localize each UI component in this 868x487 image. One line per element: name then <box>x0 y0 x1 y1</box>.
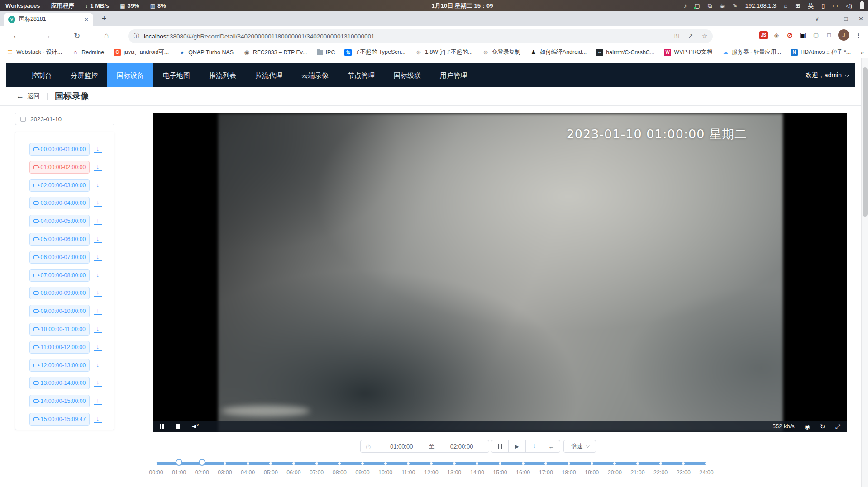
start-time-input[interactable]: 01:00:00 <box>374 443 429 450</box>
nav-item-拉流代理[interactable]: 拉流代理 <box>246 63 292 87</box>
bookmark-item[interactable]: ♟如何编译Android... <box>530 48 587 56</box>
timeline-stop-dot[interactable] <box>384 462 387 465</box>
back-button[interactable]: 返回 <box>27 92 40 100</box>
app-grid-icon[interactable]: ⊞ <box>795 2 800 9</box>
ext-square-icon[interactable]: ▣ <box>799 31 807 39</box>
ext-frame-icon[interactable]: □ <box>825 31 833 39</box>
beverage-icon[interactable]: ☕ <box>720 2 725 9</box>
bookmark-item[interactable]: ☁服务器 - 轻量应用... <box>722 48 781 56</box>
battery-icon[interactable] <box>860 2 864 9</box>
tab-close-icon[interactable]: × <box>83 16 90 23</box>
bookmark-item[interactable]: ◕QNAP Turbo NAS <box>178 49 234 56</box>
display-icon[interactable]: ▭ <box>832 2 838 9</box>
speed-dropdown[interactable]: 倍速 <box>563 440 596 453</box>
bookmark-item[interactable]: ⊕免登录复制 <box>482 48 520 56</box>
nav-item-国标设备[interactable]: 国标设备 <box>107 63 153 87</box>
profile-avatar[interactable]: J <box>838 29 849 41</box>
bookmark-item[interactable]: ☰Webstack - 设计... <box>6 48 62 56</box>
download-icon[interactable]: ↓ <box>94 217 102 225</box>
fullscreen-icon[interactable]: ⤢ <box>835 423 840 430</box>
reload-icon[interactable]: ↻ <box>74 31 80 41</box>
recording-segment-button[interactable]: 13:00:00-14:00:00 <box>29 377 90 389</box>
download-icon[interactable]: ↓ <box>94 145 102 153</box>
nav-item-电子地图[interactable]: 电子地图 <box>153 63 200 87</box>
timeline-stop-dot[interactable] <box>292 462 295 465</box>
download-icon[interactable]: ↓ <box>94 379 102 387</box>
end-time-input[interactable]: 02:00:00 <box>434 443 489 450</box>
bookmark-star-icon[interactable]: ☆ <box>702 33 707 40</box>
timeline-stop-dot[interactable] <box>568 462 570 465</box>
timeline-stop-dot[interactable] <box>499 462 501 465</box>
site-info-icon[interactable]: ⓘ <box>134 32 139 40</box>
download-icon[interactable]: ↓ <box>94 235 102 243</box>
timeline-stop-dot[interactable] <box>453 462 456 465</box>
scrollbar-thumb[interactable] <box>863 67 868 217</box>
player-stop-icon[interactable] <box>176 424 180 429</box>
clipboard-icon[interactable]: ⧉ <box>708 2 712 9</box>
volume-icon[interactable]: ◁) <box>846 2 852 9</box>
bookmark-item[interactable]: ◉RFC2833 – RTP Ev... <box>243 49 307 56</box>
pause-button[interactable] <box>491 440 509 453</box>
timeline-stop-dot[interactable] <box>430 462 433 465</box>
bookmark-item[interactable]: WWVP-PRO文档 <box>664 48 712 56</box>
recording-segment-button[interactable]: 14:00:00-15:00:00 <box>29 395 90 407</box>
share-icon[interactable]: ↗ <box>688 33 693 40</box>
recording-segment-button[interactable]: 10:00:00-11:00:00 <box>29 323 90 336</box>
nav-item-国标级联[interactable]: 国标级联 <box>384 63 430 87</box>
player-pause-icon[interactable] <box>160 424 164 429</box>
nav-item-分屏监控[interactable]: 分屏监控 <box>61 63 107 87</box>
recording-segment-button[interactable]: 04:00:00-05:00:00 <box>29 215 90 227</box>
recording-segment-button[interactable]: 02:00:00-03:00:00 <box>29 179 90 192</box>
seek-back-button[interactable]: ← <box>543 440 560 453</box>
user-menu[interactable]: 欢迎，admin <box>806 63 848 87</box>
tab-search-chevron-icon[interactable]: ∨ <box>815 15 819 22</box>
app-window-icon[interactable]: ▢ <box>695 2 700 9</box>
download-icon[interactable]: ↓ <box>94 325 102 333</box>
player-refresh-icon[interactable]: ↻ <box>820 423 825 430</box>
home-icon[interactable]: ⌂ <box>784 2 787 9</box>
download-icon[interactable]: ↓ <box>94 361 102 369</box>
timeline-stop-dot[interactable] <box>315 462 318 465</box>
recording-segment-button[interactable]: 12:00:00-13:00:00 <box>29 359 90 372</box>
timeline-stop-dot[interactable] <box>224 462 226 465</box>
home-button-icon[interactable]: ⌂ <box>104 31 109 40</box>
download-icon[interactable]: ↓ <box>94 253 102 261</box>
extensions-puzzle-icon[interactable]: ⬡ <box>812 31 820 39</box>
ext-blocker-icon[interactable]: ⊘ <box>786 31 794 39</box>
timeline-stop-dot[interactable] <box>155 463 157 465</box>
browser-menu-icon[interactable]: ⋮ <box>854 31 863 39</box>
music-note-icon[interactable]: ♪ <box>684 2 687 9</box>
timeline-handle[interactable] <box>199 459 205 466</box>
bookmarks-overflow-icon[interactable]: » <box>860 49 864 56</box>
password-key-icon[interactable]: ⚿ <box>675 33 679 40</box>
recording-segment-button[interactable]: 08:00:00-09:00:00 <box>29 287 90 299</box>
clock[interactable]: 1月10日 星期二 15：09 <box>432 0 493 11</box>
download-icon[interactable]: ↓ <box>94 307 102 315</box>
recording-segment-button[interactable]: 00:00:00-01:00:00 <box>29 143 90 156</box>
bookmark-item[interactable]: ⊕1.8W字|了不起的... <box>415 48 472 56</box>
timeline-stop-dot[interactable] <box>659 462 662 465</box>
window-maximize-icon[interactable]: □ <box>844 15 848 22</box>
forward-icon[interactable]: → <box>43 31 51 40</box>
ext-seal-icon[interactable]: ◈ <box>773 31 781 39</box>
recording-segment-button[interactable]: 11:00:00-12:00:00 <box>29 341 90 354</box>
recording-segment-button[interactable]: 05:00:00-06:00:00 <box>29 233 90 246</box>
workspaces-button[interactable]: Workspaces <box>5 2 40 9</box>
download-icon[interactable]: ↓ <box>94 181 102 189</box>
bookmark-item[interactable]: IPC <box>317 49 335 56</box>
tablet-icon[interactable]: ▯ <box>821 2 825 9</box>
recording-segment-button[interactable]: 15:00:00-15:09:47 <box>29 413 90 426</box>
window-minimize-icon[interactable]: – <box>830 15 833 22</box>
timeline-stop-dot[interactable] <box>247 462 249 465</box>
new-tab-button[interactable]: + <box>99 13 110 24</box>
download-icon[interactable]: ↓ <box>94 343 102 351</box>
download-button[interactable]: ↓ <box>525 440 543 453</box>
date-picker-input[interactable]: 2023-01-10 <box>15 113 114 125</box>
input-language-indicator[interactable]: 英 <box>808 2 814 10</box>
bookmark-item[interactable]: 知了不起的 TypeScri... <box>344 48 405 56</box>
nav-item-控制台[interactable]: 控制台 <box>22 63 61 87</box>
url-text[interactable]: localhost:38080/#/gbRecordDetail/3402000… <box>144 33 374 40</box>
page-scrollbar[interactable] <box>861 58 868 487</box>
download-icon[interactable]: ↓ <box>94 397 102 405</box>
recording-segment-button[interactable]: 07:00:00-08:00:00 <box>29 269 90 282</box>
